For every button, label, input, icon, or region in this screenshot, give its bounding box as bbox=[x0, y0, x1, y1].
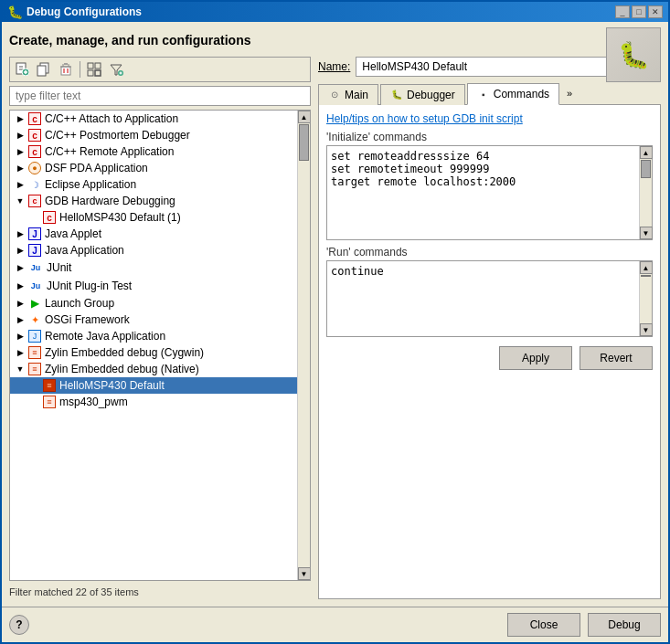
hello-msp-icon: ≡ bbox=[43, 379, 56, 392]
tree-item-hello-gdb[interactable]: c HelloMSP430 Default (1) bbox=[10, 209, 297, 226]
run-commands-label: 'Run' commands bbox=[326, 246, 653, 259]
msp430-pwm-label: msp430_pwm bbox=[59, 396, 128, 408]
maximize-button[interactable]: □ bbox=[632, 5, 646, 18]
config-tree: ▶ c C/C++ Attach to Application ▶ c C/C+… bbox=[9, 110, 311, 581]
gdb-label: GDB Hardware Debugging bbox=[45, 195, 175, 207]
tree-item-cpp-remote[interactable]: ▶ c C/C++ Remote Application bbox=[10, 143, 297, 160]
init-scroll-up[interactable]: ▲ bbox=[640, 146, 653, 159]
tree-item-gdb[interactable]: ▼ c GDB Hardware Debugging bbox=[10, 193, 297, 209]
content-area: Create, manage, and run configurations 🐛 bbox=[2, 22, 668, 607]
dsf-icon: ● bbox=[28, 162, 41, 174]
left-toolbar bbox=[9, 57, 311, 82]
init-commands-textarea[interactable]: set remoteaddresssize 64 set remotetimeo… bbox=[327, 146, 639, 239]
tab-commands[interactable]: ▪ Commands bbox=[467, 83, 559, 105]
expand-cpp-post: ▶ bbox=[14, 129, 27, 142]
init-commands-box: set remoteaddresssize 64 set remotetimeo… bbox=[326, 145, 653, 240]
expand-cpp-remote: ▶ bbox=[14, 145, 27, 158]
title-bar-controls: _ □ ✕ bbox=[615, 5, 663, 18]
new-config-button[interactable] bbox=[12, 59, 32, 79]
tree-items-list: ▶ c C/C++ Attach to Application ▶ c C/C+… bbox=[10, 111, 297, 580]
filter-status: Filter matched 22 of 35 items bbox=[9, 585, 311, 599]
expand-java-applet: ▶ bbox=[14, 227, 27, 240]
junit-plugin-label: JUnit Plug-in Test bbox=[47, 280, 132, 292]
cpp-attach-label: C/C++ Attach to Application bbox=[45, 112, 178, 125]
delete-icon bbox=[58, 62, 73, 77]
copy-config-button[interactable] bbox=[34, 59, 54, 79]
name-label: Name: bbox=[318, 60, 350, 73]
hello-msp-label: HelloMSP430 Default bbox=[59, 379, 165, 392]
svg-rect-16 bbox=[88, 70, 93, 76]
svg-rect-15 bbox=[88, 63, 93, 69]
tabs-container: ⊙ Main 🐛 Debugger ▪ Commands » bbox=[318, 82, 661, 599]
cpp-post-label: C/C++ Postmortem Debugger bbox=[45, 129, 190, 142]
title-bar: 🐛 Debug Configurations _ □ ✕ bbox=[2, 2, 668, 22]
tab-more-button[interactable]: » bbox=[561, 84, 578, 102]
java-app-icon: J bbox=[28, 244, 41, 257]
page-title: Create, manage, and run configurations bbox=[9, 29, 251, 51]
run-scroll-down[interactable]: ▼ bbox=[640, 323, 653, 336]
filter-button[interactable] bbox=[106, 59, 126, 79]
tree-scroll-down[interactable]: ▼ bbox=[298, 567, 311, 580]
expand-dsf: ▶ bbox=[14, 162, 27, 174]
main-panels: ▶ c C/C++ Attach to Application ▶ c C/C+… bbox=[9, 57, 661, 599]
tree-scroll-track bbox=[298, 123, 310, 567]
expand-msp430-pwm bbox=[32, 396, 41, 408]
run-scroll-up[interactable]: ▲ bbox=[640, 261, 653, 274]
expand-remote-java: ▶ bbox=[14, 330, 27, 343]
run-commands-box: continue ▲ ▼ bbox=[326, 260, 653, 337]
init-scroll-down[interactable]: ▼ bbox=[640, 227, 653, 239]
expand-zylin-cygwin: ▶ bbox=[14, 346, 27, 359]
init-commands-section: 'Initialize' commands set remoteaddresss… bbox=[326, 131, 653, 240]
osgi-label: OSGi Framework bbox=[45, 313, 130, 326]
tab-debugger[interactable]: 🐛 Debugger bbox=[380, 84, 465, 105]
help-link[interactable]: Help/tips on how to setup GDB init scrip… bbox=[326, 112, 653, 125]
apply-button[interactable]: Apply bbox=[499, 346, 572, 370]
expand-eclipse: ▶ bbox=[14, 178, 27, 191]
delete-config-button[interactable] bbox=[56, 59, 76, 79]
tree-item-junit-plugin[interactable]: ▶ Ju JUnit Plug-in Test bbox=[10, 277, 297, 295]
tree-item-junit[interactable]: ▶ Ju JUnit bbox=[10, 259, 297, 277]
close-button[interactable]: ✕ bbox=[648, 5, 663, 18]
tab-main-label: Main bbox=[345, 89, 368, 101]
dsf-label: DSF PDA Application bbox=[45, 162, 148, 174]
run-commands-textarea[interactable]: continue bbox=[327, 261, 639, 336]
debug-button[interactable]: Debug bbox=[588, 613, 661, 637]
tree-item-osgi[interactable]: ▶ ✦ OSGi Framework bbox=[10, 311, 297, 328]
tree-item-launch[interactable]: ▶ ▶ Launch Group bbox=[10, 295, 297, 311]
tree-item-java-app[interactable]: ▶ J Java Application bbox=[10, 242, 297, 259]
collapse-all-button[interactable] bbox=[84, 59, 104, 79]
tree-item-dsf[interactable]: ▶ ● DSF PDA Application bbox=[10, 160, 297, 176]
window-bug-icon: 🐛 bbox=[7, 5, 23, 19]
tree-scroll-up[interactable]: ▲ bbox=[298, 111, 311, 123]
tree-item-zylin-cygwin[interactable]: ▶ ≡ Zylin Embedded debug (Cygwin) bbox=[10, 344, 297, 361]
eclipse-label: Eclipse Application bbox=[45, 178, 136, 191]
init-scrollbar: ▲ ▼ bbox=[639, 146, 652, 239]
tab-main[interactable]: ⊙ Main bbox=[318, 84, 378, 105]
debug-configurations-window: 🐛 Debug Configurations _ □ ✕ Create, man… bbox=[0, 0, 670, 644]
toolbar-sep1 bbox=[80, 61, 80, 78]
tab-commands-content: Help/tips on how to setup GDB init scrip… bbox=[318, 105, 661, 599]
tree-item-eclipse[interactable]: ▶ ☽ Eclipse Application bbox=[10, 176, 297, 193]
tree-item-remote-java[interactable]: ▶ J Remote Java Application bbox=[10, 328, 297, 344]
run-scroll-track bbox=[640, 274, 652, 323]
svg-rect-8 bbox=[61, 67, 70, 75]
tree-item-zylin-native[interactable]: ▼ ≡ Zylin Embedded debug (Native) bbox=[10, 361, 297, 377]
tree-item-cpp-attach[interactable]: ▶ c C/C++ Attach to Application bbox=[10, 111, 297, 127]
help-button[interactable]: ? bbox=[9, 615, 29, 635]
java-applet-label: Java Applet bbox=[45, 227, 101, 240]
close-button-footer[interactable]: Close bbox=[507, 613, 580, 637]
tree-item-java-applet[interactable]: ▶ J Java Applet bbox=[10, 226, 297, 242]
tree-item-hello-msp430[interactable]: ≡ HelloMSP430 Default bbox=[10, 377, 297, 394]
init-scroll-track bbox=[640, 159, 652, 227]
revert-button[interactable]: Revert bbox=[580, 346, 653, 370]
remote-java-icon: J bbox=[28, 330, 41, 343]
minimize-button[interactable]: _ bbox=[615, 5, 630, 18]
filter-input[interactable] bbox=[9, 86, 311, 106]
bug-icon-large: 🐛 bbox=[618, 40, 650, 70]
cpp-post-icon: c bbox=[28, 129, 41, 142]
expand-zylin-native: ▼ bbox=[14, 363, 27, 375]
junit-plugin-icon: Ju bbox=[28, 279, 43, 293]
svg-rect-18 bbox=[95, 70, 101, 76]
tree-item-msp430-pwm[interactable]: ≡ msp430_pwm bbox=[10, 394, 297, 410]
tree-item-cpp-postmortem[interactable]: ▶ c C/C++ Postmortem Debugger bbox=[10, 127, 297, 143]
